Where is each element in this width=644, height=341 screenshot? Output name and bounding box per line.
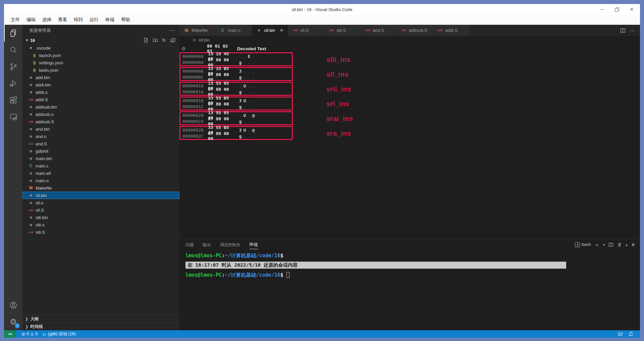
new-folder-icon[interactable] bbox=[153, 38, 158, 43]
refresh-icon[interactable]: ↻ bbox=[162, 38, 166, 43]
tree-item-Makefile[interactable]: MMakefile bbox=[22, 184, 179, 192]
close-button[interactable]: ✕ bbox=[629, 7, 634, 12]
binary-icon: ≡ bbox=[28, 134, 34, 139]
new-file-icon[interactable] bbox=[143, 38, 149, 43]
hex-settings-gear-icon[interactable]: ⚙ bbox=[181, 46, 202, 51]
tree-item-addsub.bin[interactable]: ≡addsub.bin bbox=[22, 103, 179, 111]
settings-button[interactable]: ⚙1 bbox=[4, 314, 22, 330]
tree-item-addsub.S[interactable]: ASMaddsub.S bbox=[22, 118, 179, 125]
json-icon: {} bbox=[31, 53, 37, 57]
tree-item-settings.json[interactable]: {}settings.json bbox=[22, 59, 179, 66]
menu-item-运行[interactable]: 运行 bbox=[86, 15, 102, 24]
menu-item-文件[interactable]: 文件 bbox=[7, 15, 23, 24]
sidebar-section-大纲[interactable]: ❯大纲 bbox=[22, 315, 179, 323]
tree-item-sll.o[interactable]: ≡sll.o bbox=[22, 199, 179, 206]
tree-item-and.S[interactable]: ASMand.S bbox=[22, 140, 179, 147]
maximize-panel-icon[interactable]: ▴ bbox=[626, 242, 627, 247]
notifications-bell-icon[interactable] bbox=[626, 330, 636, 338]
decoded-char: . bbox=[243, 69, 247, 74]
hex-row[interactable]: 0000000467 80 00 00g... bbox=[181, 59, 292, 65]
tree-item-main.bin[interactable]: ≡main.bin bbox=[22, 155, 179, 162]
tree-item-slti.o[interactable]: ≡slti.o bbox=[22, 221, 179, 228]
remote-indicator[interactable]: >< bbox=[4, 330, 16, 338]
tab-and.S[interactable]: ASMand.S bbox=[361, 25, 397, 36]
tree-item-.vscode[interactable]: ▼.vscode bbox=[22, 44, 179, 52]
activity-run-debug-icon[interactable] bbox=[4, 75, 22, 92]
close-tab-icon[interactable]: ✕ bbox=[280, 28, 283, 33]
restore-button[interactable] bbox=[614, 7, 619, 12]
account-button[interactable] bbox=[4, 297, 22, 314]
tree-item-addi.bin[interactable]: ≡addi.bin bbox=[22, 81, 179, 88]
tab-slti.S[interactable]: ASMslti.S bbox=[324, 25, 361, 36]
tab-main.c[interactable]: Cmain.c bbox=[216, 25, 252, 36]
split-terminal-icon[interactable] bbox=[608, 242, 613, 247]
problems-status[interactable]: ⊘ 0 ⚠ 0 bbox=[19, 330, 40, 338]
tree-item-and.o[interactable]: ≡and.o bbox=[22, 133, 179, 140]
sidebar-section-时间线[interactable]: ❯时间线 bbox=[22, 323, 179, 330]
tab-Makefile[interactable]: MMakefile bbox=[179, 25, 216, 36]
folder-section-header[interactable]: ▼ 16 ↻ bbox=[22, 36, 179, 44]
tab-addi.S[interactable]: ASMaddi.S bbox=[433, 25, 469, 36]
hex-row[interactable]: 0000000C67 80 00 00g... bbox=[181, 74, 292, 80]
hex-row[interactable]: 0000001467 80 00 00g... bbox=[181, 89, 292, 95]
tree-item-add.bin[interactable]: ≡add.bin bbox=[22, 74, 179, 81]
activity-source-control-icon[interactable] bbox=[4, 58, 22, 75]
tab-sll.S[interactable]: ASMsll.S bbox=[288, 25, 324, 36]
tree-item-sll.S[interactable]: ASMsll.S bbox=[22, 206, 179, 214]
panel-tab-输出[interactable]: 输出 bbox=[203, 240, 211, 249]
asm-icon: ASM bbox=[401, 29, 407, 31]
shell-selector[interactable]: ❯ bash bbox=[575, 242, 591, 247]
tree-item-sll.bin[interactable]: ≡sll.bin bbox=[22, 192, 179, 199]
activity-files-icon[interactable] bbox=[4, 25, 22, 42]
decoded-char: . bbox=[247, 104, 251, 109]
tree-item-addi.o[interactable]: ≡addi.o bbox=[22, 88, 179, 96]
editor-more-actions-icon[interactable]: ⋯ bbox=[630, 28, 635, 33]
tree-item-main.elf[interactable]: ≡main.elf bbox=[22, 169, 179, 177]
file-name: add.bin bbox=[36, 75, 50, 80]
menu-item-编辑[interactable]: 编辑 bbox=[23, 15, 39, 24]
decoded-char: . bbox=[243, 89, 247, 94]
breadcrumb[interactable]: ≡ sll.bin bbox=[179, 36, 640, 44]
feedback-icon[interactable] bbox=[615, 330, 626, 338]
tree-item-gdbinit[interactable]: ≡gdbinit bbox=[22, 147, 179, 155]
kill-terminal-trash-icon[interactable] bbox=[617, 242, 622, 247]
panel-tab-终端[interactable]: 终端 bbox=[250, 240, 258, 249]
panel-tab-问题[interactable]: 问题 bbox=[185, 240, 194, 249]
tree-item-launch.json[interactable]: {}launch.json bbox=[22, 52, 179, 59]
tab-addsub.S[interactable]: ASMaddsub.S bbox=[397, 25, 433, 36]
decoded-char: . bbox=[251, 83, 256, 88]
tree-item-and.bin[interactable]: ≡and.bin bbox=[22, 125, 179, 133]
sidebar-more-actions-icon[interactable]: ⋯ bbox=[169, 27, 175, 33]
debug-launch-status[interactable]: ▷ (gdb) 启动 (16) bbox=[40, 330, 78, 338]
menu-item-查看[interactable]: 查看 bbox=[55, 15, 70, 24]
tree-item-addsub.o[interactable]: ≡addsub.o bbox=[22, 111, 179, 118]
activity-search-icon[interactable] bbox=[4, 42, 22, 58]
hex-row[interactable]: 0000002C67 80 00 00g... bbox=[181, 133, 292, 139]
decoded-char: 3 bbox=[238, 128, 243, 133]
tree-item-main.o[interactable]: ≡main.o bbox=[22, 177, 179, 184]
hex-row[interactable]: 0000001C67 80 00 00g... bbox=[181, 104, 292, 110]
hex-address: 00000028 bbox=[182, 128, 203, 133]
close-panel-icon[interactable]: ✕ bbox=[631, 242, 635, 247]
tree-item-tasks.json[interactable]: {}tasks.json bbox=[22, 66, 179, 74]
menu-item-选择[interactable]: 选择 bbox=[39, 15, 55, 24]
tree-item-slti.S[interactable]: ASMslti.S bbox=[22, 228, 179, 236]
tree-item-addi.S[interactable]: ASMaddi.S bbox=[22, 96, 179, 103]
minimize-button[interactable] bbox=[600, 7, 604, 12]
activity-extensions-icon[interactable] bbox=[4, 92, 22, 109]
new-terminal-icon[interactable]: ＋ bbox=[594, 242, 599, 247]
tree-item-slti.bin[interactable]: ≡slti.bin bbox=[22, 214, 179, 221]
split-editor-icon[interactable] bbox=[620, 28, 626, 33]
collapse-all-icon[interactable] bbox=[170, 38, 175, 43]
menu-item-终端[interactable]: 终端 bbox=[102, 15, 118, 24]
terminal[interactable]: lmos@lmos-PC:~/计算机基础/code/16$ 在 18:17:07… bbox=[179, 250, 640, 330]
hex-row[interactable]: 0000002467 80 00 00g... bbox=[181, 118, 292, 124]
decoded-char: . bbox=[247, 75, 251, 80]
activity-remote-explorer-icon[interactable] bbox=[4, 109, 22, 125]
tree-item-main.c[interactable]: Cmain.c bbox=[22, 162, 179, 169]
chevron-down-icon[interactable]: ▾ bbox=[603, 242, 605, 247]
menu-item-帮助[interactable]: 帮助 bbox=[118, 15, 133, 24]
menu-item-转到[interactable]: 转到 bbox=[70, 15, 86, 24]
tab-sll.bin[interactable]: ≡sll.bin✕ bbox=[252, 25, 288, 36]
panel-tab-调试控制台[interactable]: 调试控制台 bbox=[220, 240, 241, 249]
